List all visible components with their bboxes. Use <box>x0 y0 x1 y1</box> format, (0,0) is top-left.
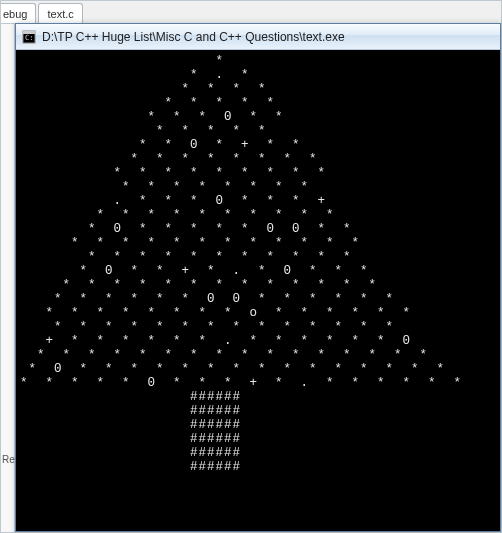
console-output[interactable]: * * . * * * * * * * * * * * * * 0 * * * … <box>16 50 500 531</box>
tab-textc[interactable]: text.c <box>38 3 82 23</box>
gutter-label: Re <box>2 454 15 465</box>
tab-label: ebug <box>3 8 27 20</box>
titlebar[interactable]: C: D:\TP C++ Huge List\Misc C and C++ Qu… <box>16 24 500 50</box>
tab-label: text.c <box>47 8 73 20</box>
svg-text:C:: C: <box>25 34 33 42</box>
tab-strip: ebug text.c <box>1 1 85 23</box>
window-title: D:\TP C++ Huge List\Misc C and C++ Quest… <box>42 30 345 44</box>
editor-gutter: Re p <box>1 23 15 532</box>
console-icon: C: <box>22 30 36 44</box>
console-window: C: D:\TP C++ Huge List\Misc C and C++ Qu… <box>15 23 501 532</box>
editor-background: ebug text.c Re p C: D:\TP C++ Huge List\… <box>0 0 502 533</box>
tab-debug[interactable]: ebug <box>1 3 36 23</box>
